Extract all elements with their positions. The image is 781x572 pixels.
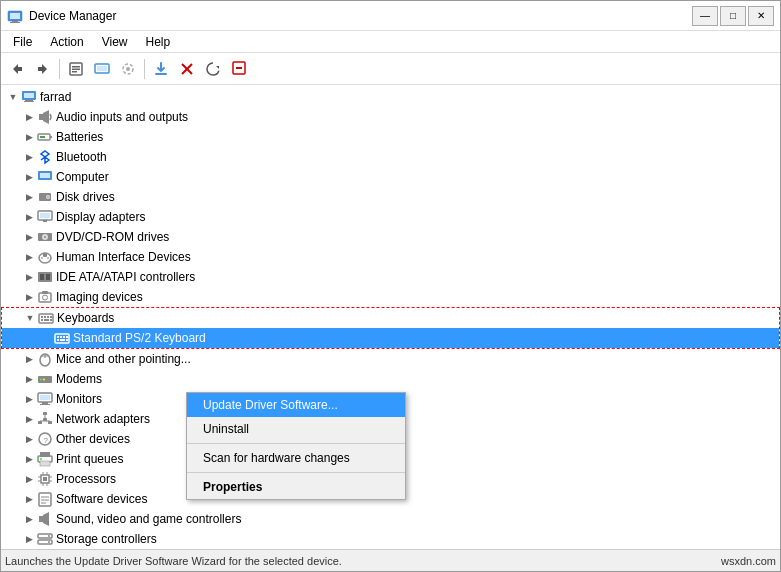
svg-rect-24 [39, 114, 43, 120]
svg-rect-9 [72, 71, 77, 73]
back-button[interactable] [5, 57, 29, 81]
tree-item-disk[interactable]: ▶ Disk drives [1, 187, 780, 207]
title-bar-controls: — □ ✕ [692, 6, 774, 26]
processors-label: Processors [56, 472, 116, 486]
context-menu: Update Driver Software... Uninstall Scan… [186, 392, 406, 500]
expand-network-icon: ▶ [21, 411, 37, 427]
uninstall-button[interactable] [175, 57, 199, 81]
tree-root[interactable]: ▼ farrad [1, 87, 780, 107]
tree-item-hid[interactable]: ▶ Human Interface Devices [1, 247, 780, 267]
svg-rect-3 [10, 22, 20, 23]
svg-rect-2 [12, 21, 18, 22]
display-device-icon [37, 209, 53, 225]
svg-rect-36 [43, 220, 47, 222]
battery-device-icon [37, 129, 53, 145]
svg-rect-50 [39, 314, 53, 323]
ps2-keyboard-icon [54, 330, 70, 346]
expand-modems-icon: ▶ [21, 371, 37, 387]
svg-rect-52 [44, 316, 46, 318]
svg-rect-65 [66, 339, 68, 341]
remove-button[interactable] [227, 57, 251, 81]
context-menu-separator-2 [187, 472, 405, 473]
expand-imaging-icon: ▶ [21, 289, 37, 305]
context-menu-uninstall[interactable]: Uninstall [187, 417, 405, 441]
storage-label: Storage controllers [56, 532, 157, 546]
expand-sound-icon: ▶ [21, 511, 37, 527]
svg-marker-17 [216, 66, 219, 69]
tree-item-batteries[interactable]: ▶ Batteries [1, 127, 780, 147]
tree-item-sound[interactable]: ▶ Sound, video and game controllers [1, 509, 780, 529]
toolbar-separator-1 [59, 59, 60, 79]
expand-root-icon: ▼ [5, 89, 21, 105]
context-menu-scan[interactable]: Scan for hardware changes [187, 446, 405, 470]
context-menu-separator-1 [187, 443, 405, 444]
svg-rect-27 [50, 136, 52, 138]
device-manager-button[interactable] [90, 57, 114, 81]
menu-action[interactable]: Action [42, 33, 91, 51]
bluetooth-label: Bluetooth [56, 150, 107, 164]
svg-rect-45 [40, 274, 44, 280]
status-bar: Launches the Update Driver Software Wiza… [1, 549, 780, 571]
tree-item-display[interactable]: ▶ Display adapters [1, 207, 780, 227]
title-bar-icon [7, 8, 23, 24]
print-device-icon [37, 451, 53, 467]
svg-point-71 [43, 379, 45, 381]
title-bar-left: Device Manager [7, 8, 116, 24]
svg-text:?: ? [44, 436, 49, 445]
mice-device-icon [37, 351, 53, 367]
scan-changes-button[interactable] [201, 57, 225, 81]
svg-rect-35 [40, 213, 50, 218]
expand-mice-icon: ▶ [21, 351, 37, 367]
update-driver-button[interactable] [149, 57, 173, 81]
minimize-button[interactable]: — [692, 6, 718, 26]
display-label: Display adapters [56, 210, 145, 224]
svg-rect-47 [39, 293, 51, 302]
disk-device-icon [37, 189, 53, 205]
tree-item-imaging[interactable]: ▶ Imaging devices [1, 287, 780, 307]
modem-device-icon [37, 371, 53, 387]
tree-item-computer[interactable]: ▶ Computer [1, 167, 780, 187]
svg-rect-64 [60, 339, 65, 341]
tree-item-ide[interactable]: ▶ IDE ATA/ATAPI controllers [1, 267, 780, 287]
close-button[interactable]: ✕ [748, 6, 774, 26]
menu-view[interactable]: View [94, 33, 136, 51]
sound-device-icon [37, 511, 53, 527]
menu-file[interactable]: File [5, 33, 40, 51]
context-menu-update-driver[interactable]: Update Driver Software... [187, 393, 405, 417]
svg-marker-4 [13, 64, 22, 74]
modems-label: Modems [56, 372, 102, 386]
forward-button[interactable] [31, 57, 55, 81]
svg-rect-57 [50, 319, 52, 321]
svg-rect-46 [46, 274, 50, 280]
tree-item-modems[interactable]: ▶ Modems [1, 369, 780, 389]
uninstall-label: Uninstall [203, 422, 249, 436]
svg-rect-11 [97, 66, 107, 71]
expand-processors-icon: ▶ [21, 471, 37, 487]
expand-software-icon: ▶ [21, 491, 37, 507]
expand-dvd-icon: ▶ [21, 229, 37, 245]
tree-item-ps2-keyboard[interactable]: Standard PS/2 Keyboard [2, 328, 779, 348]
tree-item-keyboards[interactable]: ▼ Keyboards [2, 308, 779, 328]
status-right: wsxdn.com [721, 555, 776, 567]
svg-rect-51 [41, 316, 43, 318]
tree-item-mice[interactable]: ▶ Mice and other pointing... [1, 349, 780, 369]
tree-item-dvd[interactable]: ▶ DVD/CD-ROM drives [1, 227, 780, 247]
maximize-button[interactable]: □ [720, 6, 746, 26]
svg-rect-22 [25, 100, 33, 101]
disk-label: Disk drives [56, 190, 115, 204]
ps2-keyboard-label: Standard PS/2 Keyboard [73, 331, 206, 345]
context-menu-properties[interactable]: Properties [187, 475, 405, 499]
computer-icon [21, 89, 37, 105]
tree-item-bluetooth[interactable]: ▶ Bluetooth [1, 147, 780, 167]
imaging-label: Imaging devices [56, 290, 143, 304]
audio-device-icon [37, 109, 53, 125]
menu-bar: File Action View Help [1, 31, 780, 53]
ide-device-icon [37, 269, 53, 285]
display-hidden-button[interactable] [116, 57, 140, 81]
menu-help[interactable]: Help [138, 33, 179, 51]
properties-button[interactable] [64, 57, 88, 81]
svg-marker-104 [43, 512, 49, 526]
main-area: ▼ farrad ▶ Audio inputs and outputs ▶ [1, 85, 780, 549]
tree-item-audio[interactable]: ▶ Audio inputs and outputs [1, 107, 780, 127]
tree-item-storage[interactable]: ▶ Storage controllers [1, 529, 780, 549]
